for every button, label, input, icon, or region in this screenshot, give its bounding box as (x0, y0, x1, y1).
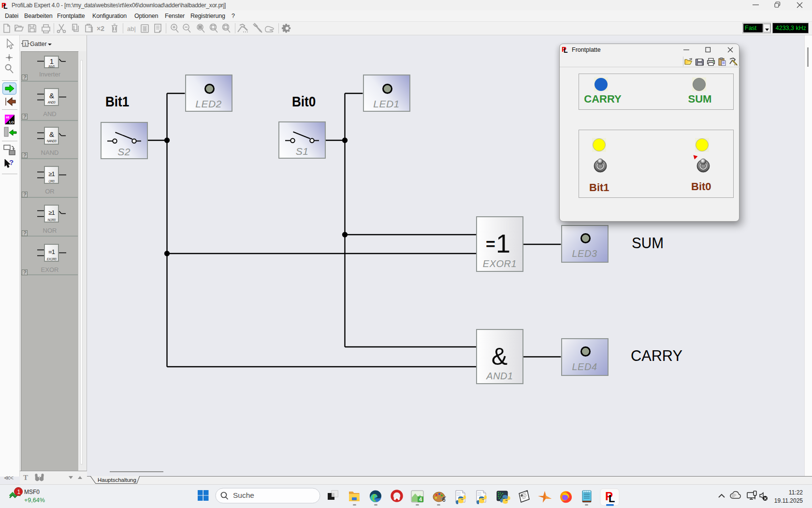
svg-text:×2: ×2 (97, 25, 104, 32)
svg-text:?: ? (9, 158, 14, 166)
svg-text:6: 6 (442, 496, 446, 503)
svg-text:T: T (23, 474, 28, 481)
svg-text:L: L (609, 493, 615, 505)
svg-text:1: 1 (17, 489, 21, 495)
svg-text:4: 4 (419, 496, 422, 502)
svg-text:HI: HI (6, 116, 9, 119)
svg-text:Suche: Suche (233, 491, 254, 499)
svg-text:ab|: ab| (127, 25, 136, 32)
svg-text:LO: LO (9, 120, 14, 124)
